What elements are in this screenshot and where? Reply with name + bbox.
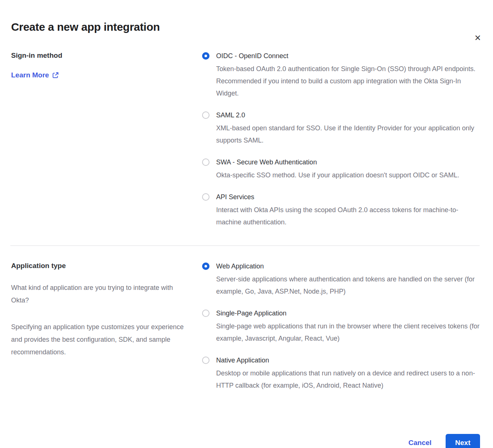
radio-option-label[interactable]: SAML 2.0	[216, 110, 480, 120]
dialog-footer: Cancel Next	[0, 434, 493, 448]
radio-option-description: Single-page web applications that run in…	[216, 320, 480, 345]
signin-method-section: Sign-in method Learn More OIDC - OpenID …	[0, 51, 493, 228]
radio-icon[interactable]	[202, 193, 209, 201]
signin-method-left-column: Sign-in method Learn More	[11, 51, 202, 228]
application-type-section: Application type What kind of applicatio…	[0, 261, 493, 392]
radio-option-description: Server-side applications where authentic…	[216, 273, 480, 298]
section-divider	[10, 245, 480, 246]
radio-option-label[interactable]: API Services	[216, 192, 480, 202]
cancel-button[interactable]: Cancel	[409, 439, 432, 447]
application-type-note: Specifying an application type customize…	[11, 321, 192, 358]
radio-option-text: API Services Interact with Okta APIs usi…	[216, 192, 480, 228]
application-type-heading: Application type	[11, 261, 192, 270]
radio-option-swa[interactable]: SWA - Secure Web Authentication Okta-spe…	[202, 157, 480, 181]
radio-option-description: XML-based open standard for SSO. Use if …	[216, 122, 480, 147]
radio-icon[interactable]	[202, 111, 209, 119]
next-button[interactable]: Next	[446, 434, 480, 448]
radio-option-text: SWA - Secure Web Authentication Okta-spe…	[216, 157, 459, 181]
radio-option-api-services[interactable]: API Services Interact with Okta APIs usi…	[202, 192, 480, 228]
radio-option-text: Single-Page Application Single-page web …	[216, 308, 480, 345]
radio-option-native-application[interactable]: Native Application Desktop or mobile app…	[202, 355, 480, 392]
application-type-left-column: Application type What kind of applicatio…	[11, 261, 202, 392]
radio-option-label[interactable]: SWA - Secure Web Authentication	[216, 157, 459, 167]
close-icon[interactable]: ✕	[474, 34, 481, 42]
radio-option-description: Interact with Okta APIs using the scoped…	[216, 204, 480, 228]
radio-icon[interactable]	[202, 158, 209, 166]
radio-option-description: Okta-specific SSO method. Use if your ap…	[216, 169, 459, 181]
radio-option-description: Desktop or mobile applications that run …	[216, 367, 480, 392]
external-link-icon	[52, 72, 59, 78]
radio-icon[interactable]	[202, 310, 209, 317]
radio-option-text: OIDC - OpenID Connect Token-based OAuth …	[216, 51, 480, 100]
application-type-options: Web Application Server-side applications…	[202, 261, 480, 392]
radio-option-text: Native Application Desktop or mobile app…	[216, 355, 480, 392]
radio-option-label[interactable]: Native Application	[216, 355, 480, 365]
radio-option-oidc[interactable]: OIDC - OpenID Connect Token-based OAuth …	[202, 51, 480, 100]
learn-more-label: Learn More	[11, 71, 49, 79]
radio-option-saml[interactable]: SAML 2.0 XML-based open standard for SSO…	[202, 110, 480, 147]
signin-method-heading: Sign-in method	[11, 51, 192, 60]
radio-option-label[interactable]: Web Application	[216, 261, 480, 271]
radio-option-text: SAML 2.0 XML-based open standard for SSO…	[216, 110, 480, 147]
radio-icon[interactable]	[202, 357, 209, 364]
radio-option-text: Web Application Server-side applications…	[216, 261, 480, 298]
signin-method-options: OIDC - OpenID Connect Token-based OAuth …	[202, 51, 480, 228]
application-type-question: What kind of application are you trying …	[11, 281, 192, 307]
radio-option-single-page-application[interactable]: Single-Page Application Single-page web …	[202, 308, 480, 345]
dialog-title: Create a new app integration	[11, 21, 493, 33]
radio-option-description: Token-based OAuth 2.0 authentication for…	[216, 63, 480, 100]
radio-icon[interactable]	[202, 52, 209, 60]
radio-option-web-application[interactable]: Web Application Server-side applications…	[202, 261, 480, 298]
radio-option-label[interactable]: OIDC - OpenID Connect	[216, 51, 480, 61]
radio-option-label[interactable]: Single-Page Application	[216, 308, 480, 318]
create-app-integration-dialog: ✕ Create a new app integration Sign-in m…	[0, 21, 493, 448]
learn-more-link[interactable]: Learn More	[11, 71, 59, 79]
radio-icon[interactable]	[202, 263, 209, 270]
